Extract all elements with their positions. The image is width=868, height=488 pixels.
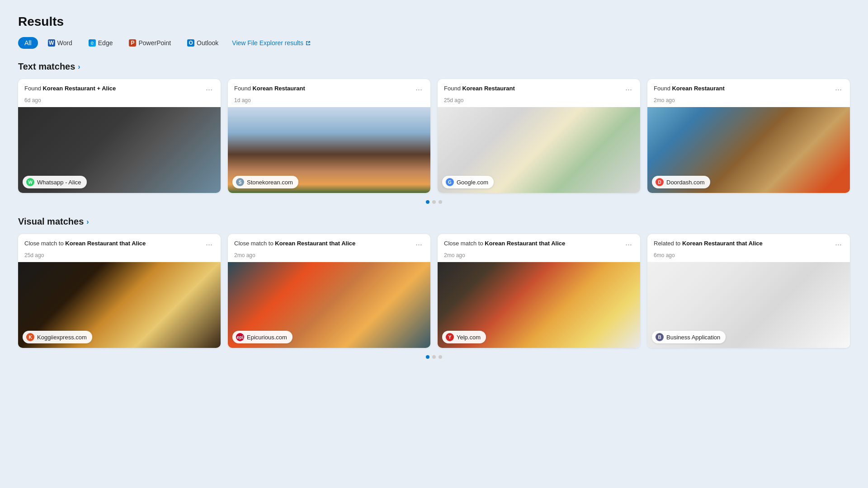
source-name: Doordash.com xyxy=(666,179,705,186)
card-title: Found Korean Restaurant xyxy=(444,84,623,93)
result-card[interactable]: Found Korean Restaurant ··· 2mo ago D Do… xyxy=(647,79,850,193)
source-name: Google.com xyxy=(457,179,488,186)
card-more-button[interactable]: ··· xyxy=(204,239,214,249)
card-time: 2mo ago xyxy=(647,97,850,107)
source-icon: epi xyxy=(236,333,244,341)
pagination-dot[interactable] xyxy=(432,200,436,204)
visual-matches-header[interactable]: Visual matches › xyxy=(18,216,850,227)
card-header: Found Korean Restaurant + Alice ··· xyxy=(18,79,221,97)
card-title: Found Korean Restaurant xyxy=(234,84,414,93)
text-matches-chevron: › xyxy=(78,63,80,71)
source-icon: W xyxy=(26,178,34,186)
card-header: Close match to Korean Restaurant that Al… xyxy=(18,234,221,252)
result-card[interactable]: Found Korean Restaurant ··· 25d ago G Go… xyxy=(438,79,640,193)
source-name: Yelp.com xyxy=(457,334,481,341)
text-matches-header[interactable]: Text matches › xyxy=(18,61,850,72)
card-header: Found Korean Restaurant ··· xyxy=(228,79,430,97)
card-more-button[interactable]: ··· xyxy=(623,84,634,94)
card-time: 6d ago xyxy=(18,97,221,107)
card-more-button[interactable]: ··· xyxy=(623,239,634,249)
source-name: Epicurious.com xyxy=(247,334,287,341)
card-image: K Koggiiexpress.com xyxy=(18,262,221,348)
result-card[interactable]: Close match to Korean Restaurant that Al… xyxy=(228,234,430,348)
filter-edge[interactable]: e Edge xyxy=(82,37,119,49)
card-more-button[interactable]: ··· xyxy=(414,84,424,94)
view-explorer-link[interactable]: View File Explorer results xyxy=(232,39,311,47)
card-header: Related to Korean Restaurant that Alice … xyxy=(647,234,850,252)
result-card[interactable]: Close match to Korean Restaurant that Al… xyxy=(438,234,640,348)
word-icon: W xyxy=(48,39,55,47)
card-time: 1d ago xyxy=(228,97,430,107)
result-card[interactable]: Found Korean Restaurant + Alice ··· 6d a… xyxy=(18,79,221,193)
card-header: Found Korean Restaurant ··· xyxy=(438,79,640,97)
source-name: Koggiiexpress.com xyxy=(37,334,87,341)
pagination-dot[interactable] xyxy=(439,355,442,359)
card-title: Related to Korean Restaurant that Alice xyxy=(654,239,833,248)
card-more-button[interactable]: ··· xyxy=(833,239,844,249)
card-source: D Doordash.com xyxy=(652,176,710,188)
card-time: 25d ago xyxy=(18,252,221,262)
filter-powerpoint[interactable]: P PowerPoint xyxy=(123,37,177,49)
card-more-button[interactable]: ··· xyxy=(414,239,424,249)
edge-icon: e xyxy=(89,39,96,47)
card-time: 2mo ago xyxy=(438,252,640,262)
card-header: Found Korean Restaurant ··· xyxy=(647,79,850,97)
pagination-dot[interactable] xyxy=(426,355,429,359)
card-time: 25d ago xyxy=(438,97,640,107)
text-matches-grid: Found Korean Restaurant + Alice ··· 6d a… xyxy=(18,79,850,193)
source-name: Whatsapp - Alice xyxy=(37,179,81,186)
card-source: B Business Application xyxy=(652,331,726,343)
text-matches-pagination xyxy=(18,200,850,204)
card-source: S Stonekorean.com xyxy=(232,176,298,188)
card-title: Found Korean Restaurant + Alice xyxy=(24,84,204,93)
card-image: S Stonekorean.com xyxy=(228,107,430,193)
card-source: K Koggiiexpress.com xyxy=(23,331,92,343)
external-link-icon xyxy=(305,40,311,46)
card-title: Found Korean Restaurant xyxy=(654,84,833,93)
filter-bar: All W Word e Edge P PowerPoint O Outlook… xyxy=(18,37,850,49)
source-icon: G xyxy=(446,178,454,186)
pagination-dot[interactable] xyxy=(426,200,429,204)
outlook-icon: O xyxy=(187,39,194,47)
result-card[interactable]: Close match to Korean Restaurant that Al… xyxy=(18,234,221,348)
source-icon: Y xyxy=(446,333,454,341)
card-image: W Whatsapp - Alice xyxy=(18,107,221,193)
card-header: Close match to Korean Restaurant that Al… xyxy=(228,234,430,252)
visual-matches-grid: Close match to Korean Restaurant that Al… xyxy=(18,234,850,348)
card-source: W Whatsapp - Alice xyxy=(23,176,87,188)
pagination-dot[interactable] xyxy=(439,200,442,204)
card-source: epi Epicurious.com xyxy=(232,331,292,343)
card-time: 2mo ago xyxy=(228,252,430,262)
source-icon: B xyxy=(656,333,664,341)
visual-matches-section: Visual matches › Close match to Korean R… xyxy=(18,216,850,359)
card-source: G Google.com xyxy=(442,176,494,188)
visual-matches-pagination xyxy=(18,355,850,359)
filter-word[interactable]: W Word xyxy=(42,37,79,49)
card-time: 6mo ago xyxy=(647,252,850,262)
card-title: Close match to Korean Restaurant that Al… xyxy=(444,239,623,248)
source-icon: K xyxy=(26,333,34,341)
result-card[interactable]: Found Korean Restaurant ··· 1d ago S Sto… xyxy=(228,79,430,193)
result-card[interactable]: Related to Korean Restaurant that Alice … xyxy=(647,234,850,348)
card-more-button[interactable]: ··· xyxy=(204,84,214,94)
page-title: Results xyxy=(18,14,850,29)
filter-outlook[interactable]: O Outlook xyxy=(181,37,225,49)
card-image: G Google.com xyxy=(438,107,640,193)
card-source: Y Yelp.com xyxy=(442,331,486,343)
card-image: B Business Application xyxy=(647,262,850,348)
card-title: Close match to Korean Restaurant that Al… xyxy=(24,239,204,248)
card-more-button[interactable]: ··· xyxy=(833,84,844,94)
card-image: D Doordash.com xyxy=(647,107,850,193)
card-image: Y Yelp.com xyxy=(438,262,640,348)
pagination-dot[interactable] xyxy=(432,355,436,359)
card-title: Close match to Korean Restaurant that Al… xyxy=(234,239,414,248)
visual-matches-chevron: › xyxy=(86,218,89,226)
source-icon: S xyxy=(236,178,244,186)
source-icon: D xyxy=(656,178,664,186)
filter-all[interactable]: All xyxy=(18,37,38,49)
source-name: Stonekorean.com xyxy=(247,179,293,186)
text-matches-section: Text matches › Found Korean Restaurant +… xyxy=(18,61,850,204)
powerpoint-icon: P xyxy=(129,39,136,47)
card-header: Close match to Korean Restaurant that Al… xyxy=(438,234,640,252)
card-image: epi Epicurious.com xyxy=(228,262,430,348)
